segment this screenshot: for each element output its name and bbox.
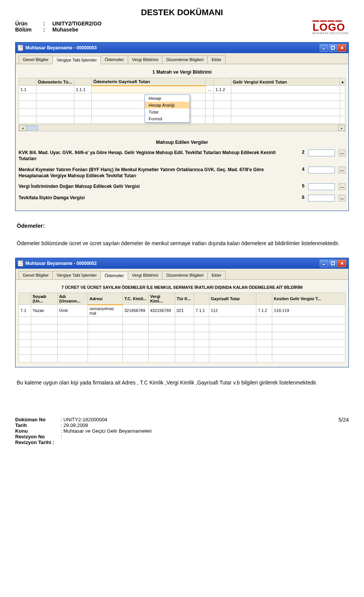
maximize-button[interactable] <box>329 44 337 52</box>
bolum-value: Muhasebe <box>52 27 78 33</box>
tab-d-zenleme-bilgileri[interactable]: Düzenleme Bilgileri <box>162 271 207 279</box>
scroll-thumb[interactable] <box>27 125 38 131</box>
tab--demeler[interactable]: Ödemeler <box>100 55 128 64</box>
horizontal-scrollbar[interactable]: ◂ ▸ <box>19 124 345 131</box>
tarih-label: Tarih <box>15 422 61 428</box>
column-header[interactable]: Soyadı (Un... <box>31 293 58 305</box>
column-header[interactable] <box>256 293 272 305</box>
lookup-button[interactable]: ... <box>339 183 345 190</box>
tarih: : 29.09.2008 <box>61 422 88 428</box>
column-header[interactable]: Gayrisafi Tutar <box>209 293 256 305</box>
table-row <box>19 324 345 332</box>
table-row[interactable]: 1.1 1.1.1 ... 1.1.2 <box>19 86 345 93</box>
section-title: 1 Matrah ve Vergi Bildirimi <box>19 69 345 75</box>
cell: 1.1.2 <box>214 86 231 93</box>
form-number: 2 <box>297 150 304 155</box>
form-input[interactable] <box>308 195 335 202</box>
document-icon <box>18 45 23 51</box>
cell[interactable]: 118-119 <box>272 305 345 317</box>
tab-vergi-bildirimi[interactable]: Vergi Bildirimi <box>128 271 163 279</box>
mahsup-title: Mahsup Edilen Vergiler <box>19 140 345 145</box>
section-title: 7 ÜCRET VE ÜCRET SAYILAN ÖDEMELER İLE ME… <box>19 285 345 290</box>
col-odemelerin-turu[interactable]: Ödemelerin Tü... <box>36 78 74 86</box>
tab-genel-bilgiler[interactable]: Genel Bilgiler <box>19 271 53 279</box>
column-header[interactable]: Tür K... <box>175 293 194 305</box>
rev-no-label: Revizyon No <box>15 434 61 439</box>
minimize-button[interactable] <box>320 260 328 267</box>
form-number: 5 <box>297 183 304 189</box>
row-number-header <box>19 78 36 86</box>
column-header[interactable] <box>19 293 31 305</box>
form-number: 6 <box>297 195 304 200</box>
tab-ekler[interactable]: Ekler <box>207 271 226 279</box>
context-menu-item[interactable]: Formül <box>145 115 190 122</box>
tab-bar: Genel BilgilerVergiye Tabi İşlemlerÖdeme… <box>16 269 348 280</box>
tab-d-zenleme-bilgileri[interactable]: Düzenleme Bilgileri <box>162 55 207 64</box>
cell[interactable]: 7.1 <box>19 305 31 317</box>
cell[interactable]: 7.1.2 <box>256 305 272 317</box>
cell-editing[interactable] <box>92 86 206 93</box>
table-row <box>19 339 345 347</box>
form-label: Tevkifata İlişkin Damga Vergisi <box>19 195 293 201</box>
lookup-button[interactable]: ... <box>339 195 345 202</box>
scroll-left-icon[interactable]: ◂ <box>19 125 26 131</box>
column-header[interactable]: Adı (Unvanın... <box>58 293 88 305</box>
cell-dots[interactable]: ... <box>206 86 214 93</box>
context-menu[interactable]: HesapHesap AralığıTutarFormül <box>144 95 190 123</box>
grid-odemeler[interactable]: Soyadı (Un...Adı (Unvanın...AdresiT.C. K… <box>19 293 345 362</box>
column-header[interactable]: Adresi <box>88 293 123 305</box>
cell[interactable]: 7.1.1 <box>194 305 209 317</box>
tab-ekler[interactable]: Ekler <box>207 55 226 64</box>
col-gayrisafi-tutar[interactable]: Ödemelerin Gayrisafi Tutarı <box>92 78 206 86</box>
cell[interactable]: 432156789 <box>149 305 175 317</box>
window-2: Muhtasar Beyanname - 00000002 Genel Bilg… <box>15 258 349 367</box>
close-button[interactable] <box>338 44 346 52</box>
scroll-right-icon[interactable]: ▸ <box>338 125 345 131</box>
form-number: 4 <box>297 167 304 172</box>
cell[interactable]: 321456789 <box>123 305 149 317</box>
col-blank1 <box>74 78 92 86</box>
col-gelir-vergisi-kesinti[interactable]: Gelir Vergisi Kesinti Tutarı <box>231 78 340 86</box>
cell[interactable]: 021 <box>175 305 194 317</box>
colon: : <box>43 27 45 33</box>
tab--demeler[interactable]: Ödemeler <box>100 271 128 280</box>
tab-vergiye-tabi-i-lemler[interactable]: Vergiye Tabi İşlemler <box>52 271 101 279</box>
tab-vergiye-tabi-i-lemler[interactable]: Vergiye Tabi İşlemler <box>52 56 101 64</box>
odemeler-body: Ödemeler bölümünde ücret ve ücret sayıla… <box>17 239 347 247</box>
table-row <box>19 332 345 339</box>
titlebar[interactable]: Muhtasar Beyanname - 00000002 <box>16 258 348 269</box>
titlebar[interactable]: Muhtasar Beyanname - 00000003 <box>16 43 348 53</box>
context-menu-item[interactable]: Hesap <box>145 95 190 102</box>
text-2: Bu kaleme uygun olan kişi yada firmalara… <box>17 379 347 386</box>
bolum-label: Bölüm <box>15 27 42 33</box>
lookup-button[interactable]: ... <box>339 167 345 173</box>
form-input[interactable] <box>308 183 335 190</box>
tab-genel-bilgiler[interactable]: Genel Bilgiler <box>19 55 53 64</box>
form-input[interactable] <box>308 150 335 156</box>
doc-header: Ürün : UNITY2/TIGER2/GO Bölüm : Muhasebe… <box>15 20 349 35</box>
column-header[interactable]: Vergi Kiml... <box>149 293 175 305</box>
close-button[interactable] <box>338 260 346 267</box>
rev-tarih-label: Revizyon Tarihi : <box>15 439 54 445</box>
context-menu-item[interactable]: Hesap Aralığı <box>145 102 190 109</box>
lookup-button[interactable]: ... <box>339 150 345 156</box>
cell[interactable]: Yazan <box>31 305 58 317</box>
footer: Doküman No: UNITY2-182000004 Tarih: 29.0… <box>15 417 349 445</box>
column-header[interactable]: Kesilen Gelir Vergisi T... <box>272 293 345 305</box>
minimize-button[interactable] <box>320 44 328 52</box>
cell[interactable]: Ümit <box>58 305 88 317</box>
column-header[interactable] <box>194 293 209 305</box>
document-icon <box>18 260 23 266</box>
cell[interactable]: 112 <box>209 305 256 317</box>
context-menu-item[interactable]: Tutar <box>145 109 190 115</box>
tab-vergi-bildirimi[interactable]: Vergi Bildirimi <box>128 55 163 64</box>
scroll-up-icon[interactable]: ▴ <box>340 78 345 86</box>
urun-label: Ürün <box>15 20 42 27</box>
cell: 1.1.1 <box>74 86 92 93</box>
table-row[interactable]: 7.1YazanÜmitosmanyılmaz mal3214567894321… <box>19 305 345 317</box>
cell[interactable]: osmanyılmaz mal <box>88 305 123 317</box>
form-input[interactable] <box>308 167 335 173</box>
maximize-button[interactable] <box>329 260 337 267</box>
column-header[interactable]: T.C. Kimli... <box>123 293 149 305</box>
doc-title: DESTEK DOKÜMANI <box>15 8 349 17</box>
